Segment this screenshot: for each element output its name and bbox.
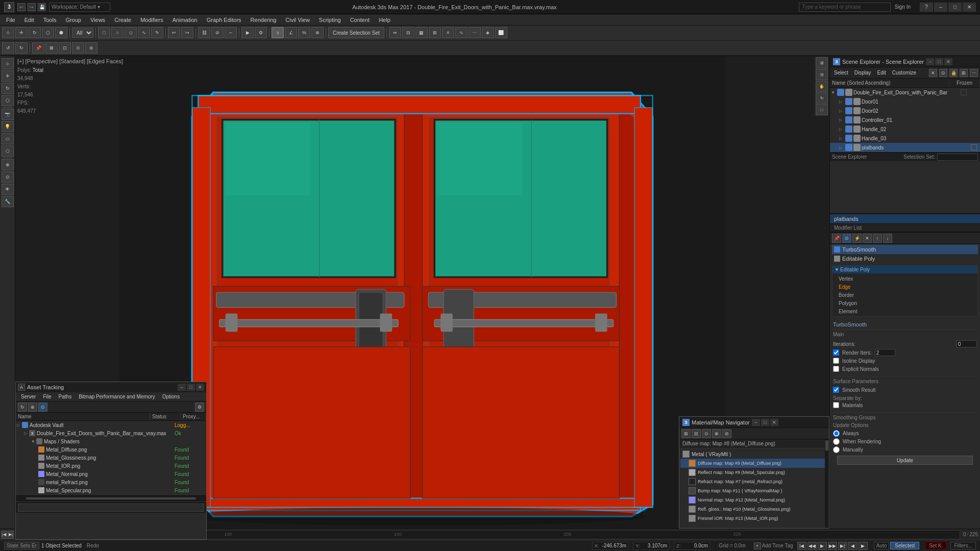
asset-menu-file[interactable]: File <box>40 393 54 400</box>
left-scale-btn[interactable]: ⬡ <box>2 95 14 106</box>
menu-tools[interactable]: Tools <box>39 16 61 24</box>
undo-scene-btn[interactable]: ↩ <box>168 27 180 38</box>
se-minimize-btn[interactable]: – <box>926 58 934 65</box>
minimize-btn[interactable]: – <box>934 3 947 12</box>
tb2-btn3[interactable]: ⊡ <box>59 42 71 54</box>
left-motion-btn[interactable]: ⊙ <box>2 171 14 183</box>
align-btn[interactable]: ⊟ <box>402 27 414 38</box>
left-hierarchy-btn[interactable]: ⊕ <box>2 159 14 170</box>
redo-scene-btn[interactable]: ↪ <box>181 27 193 38</box>
se-handle02-vis[interactable] <box>845 126 852 133</box>
rect-select-btn[interactable]: □ <box>98 27 110 38</box>
maximize-btn[interactable]: □ <box>948 3 962 12</box>
se-door02-vis[interactable] <box>845 107 852 114</box>
mat-btn1[interactable]: ⊞ <box>681 429 691 438</box>
orbit-btn[interactable]: ↻ <box>816 92 828 104</box>
se-menu-select[interactable]: Select <box>832 69 850 76</box>
render-btn[interactable]: ▶ <box>241 27 254 38</box>
mod-modify-btn[interactable]: ⊙ <box>842 234 851 243</box>
se-handle02-expand[interactable]: ▷ <box>839 127 845 132</box>
se-root-freeze-icon[interactable] <box>961 89 967 95</box>
link-btn[interactable]: ⛓ <box>198 27 210 38</box>
left-camera-btn[interactable]: 📷 <box>2 109 14 120</box>
se-handle03-vis[interactable] <box>845 135 852 142</box>
paint-select-btn[interactable]: ✎ <box>151 27 163 38</box>
asset-ior-row[interactable]: Metal_IOR.png Found <box>16 462 206 470</box>
redo-btn[interactable]: ↪ <box>28 3 36 11</box>
main-file-expand[interactable]: ▷ <box>24 431 29 436</box>
se-door01-row[interactable]: ▷ Door01 <box>830 97 980 106</box>
mod-delete-btn[interactable]: ✕ <box>863 234 872 243</box>
asset-refract-row[interactable]: metal_Refract.png Found <box>16 478 206 486</box>
mod-moveup-btn[interactable]: ↑ <box>873 234 882 243</box>
manually-radio[interactable] <box>833 446 840 453</box>
select-tool-btn[interactable]: ⊹ <box>2 27 14 38</box>
left-select-btn[interactable]: ⊹ <box>2 58 14 69</box>
left-geom-btn[interactable]: ⬡ <box>2 145 14 157</box>
render-frame-btn[interactable]: ⬜ <box>495 27 507 38</box>
se-platbands-expand[interactable]: ▷ <box>839 145 845 150</box>
curve-editor-btn[interactable]: ∿ <box>455 27 468 38</box>
3d-snap-btn[interactable]: 3 <box>272 27 284 38</box>
left-rotate-btn[interactable]: ↻ <box>2 83 14 94</box>
asset-menu-server[interactable]: Server <box>18 393 39 400</box>
always-radio[interactable] <box>833 430 840 437</box>
asset-gloss-row[interactable]: Metal_Glossiness.png Found <box>16 454 206 462</box>
schematic-btn[interactable]: ⋯ <box>469 27 481 38</box>
se-root-vis[interactable] <box>837 89 844 96</box>
mat-metal-row[interactable]: Metal ( VRayMtl ) <box>680 449 828 459</box>
left-util-btn[interactable]: 🔧 <box>2 196 14 207</box>
asset-settings-btn[interactable]: ⚙ <box>195 403 204 412</box>
fence-select-btn[interactable]: ◇ <box>125 27 137 38</box>
filter-dropdown[interactable]: All <box>72 28 93 38</box>
render-iters-checkbox[interactable] <box>833 349 839 356</box>
filters-btn[interactable]: Filters... <box>950 542 976 549</box>
se-filter-btn3[interactable]: 🔒 <box>949 69 958 77</box>
se-ctrl01-row[interactable]: ▷ Controller_01 <box>830 115 980 124</box>
selected-mode-label[interactable]: Selected <box>890 542 919 549</box>
render-setup-btn[interactable]: ⚙ <box>255 27 267 38</box>
se-handle02-row[interactable]: ▷ Handle_02 <box>830 124 980 134</box>
play-btn-main[interactable]: ▶ <box>818 542 827 550</box>
circle-select-btn[interactable]: ○ <box>111 27 124 38</box>
mat-bump-row[interactable]: Bump map: Map #11 ( VRayNormalMap ) <box>680 486 828 495</box>
se-platbands-row[interactable]: ▷ platbands <box>830 143 980 152</box>
sub-border[interactable]: Border <box>837 291 973 299</box>
asset-path-input[interactable] <box>18 504 204 512</box>
se-selset-input[interactable] <box>937 154 978 161</box>
asset-vault-row[interactable]: ▷ Autodesk Vault Logg... <box>16 421 206 429</box>
pan-btn[interactable]: ✋ <box>816 81 828 92</box>
tb2-btn4[interactable]: ⊙ <box>72 42 84 54</box>
mat-refract-row[interactable]: Refract map: Map #7 (metal_Refract.png) <box>680 477 828 486</box>
spinner-snap-btn[interactable]: ⊕ <box>311 27 324 38</box>
asset-menu-options[interactable]: Options <box>159 393 183 400</box>
se-menu-customize[interactable]: Customize <box>890 69 918 76</box>
se-filter-btn4[interactable]: ⊞ <box>960 69 968 77</box>
tb2-btn1[interactable]: ↺ <box>2 42 14 54</box>
mat-scroll-thumb[interactable] <box>825 440 828 450</box>
create-selection-btn[interactable]: Create Selection Set <box>328 27 384 38</box>
se-platbands-vis[interactable] <box>845 144 852 151</box>
asset-close-btn[interactable]: ✕ <box>196 384 204 391</box>
asset-diffuse-row[interactable]: Metal_Diffuse.png Found <box>16 445 206 454</box>
iterations-input[interactable] <box>957 340 977 347</box>
se-close-btn[interactable]: ✕ <box>944 58 952 65</box>
help-btn[interactable]: ? <box>920 3 933 12</box>
bind-spacewarp-btn[interactable]: ∼ <box>225 27 237 38</box>
se-ctrl01-vis[interactable] <box>845 116 852 123</box>
render-iters-input[interactable] <box>875 349 895 356</box>
tb2-unpin-btn[interactable]: ⊠ <box>45 42 58 54</box>
prev-frame-btn[interactable]: ◀◀ <box>807 542 817 550</box>
sub-polygon[interactable]: Polygon <box>837 299 973 307</box>
tl-start-btn[interactable]: |◀ <box>1 531 7 539</box>
menu-create[interactable]: Create <box>110 16 135 24</box>
tb2-btn2[interactable]: ↻ <box>15 42 28 54</box>
mat-close-btn[interactable]: ✕ <box>770 419 778 426</box>
update-button[interactable]: Update <box>837 456 973 465</box>
menu-graph-editors[interactable]: Graph Editors <box>203 16 246 24</box>
next-frame-btn[interactable]: ▶▶ <box>828 542 837 550</box>
asset-refresh-btn[interactable]: ↻ <box>18 403 27 412</box>
menu-civil-view[interactable]: Civil View <box>281 16 313 24</box>
left-shape-btn[interactable]: ⬭ <box>2 133 14 144</box>
se-platbands-freeze-icon[interactable] <box>971 144 977 151</box>
